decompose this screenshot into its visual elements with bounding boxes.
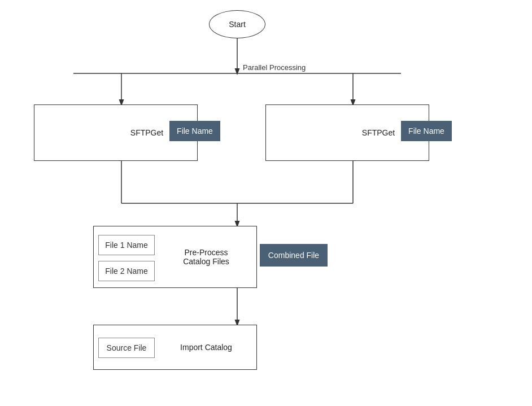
combinedfile-box: Combined File xyxy=(260,244,328,267)
start-label: Start xyxy=(229,20,246,29)
arrows-svg xyxy=(0,0,532,406)
start-node: Start xyxy=(209,10,265,38)
filename1-box: File Name xyxy=(169,121,220,141)
sourcefile-box: Source File xyxy=(98,338,155,358)
parallel-processing-label: Parallel Processing xyxy=(243,63,306,72)
diagram: Start Parallel Processing Directory File… xyxy=(0,0,532,406)
filename2-box: File Name xyxy=(401,121,452,141)
file2name-box: File 2 Name xyxy=(98,261,155,281)
file1name-box: File 1 Name xyxy=(98,235,155,255)
